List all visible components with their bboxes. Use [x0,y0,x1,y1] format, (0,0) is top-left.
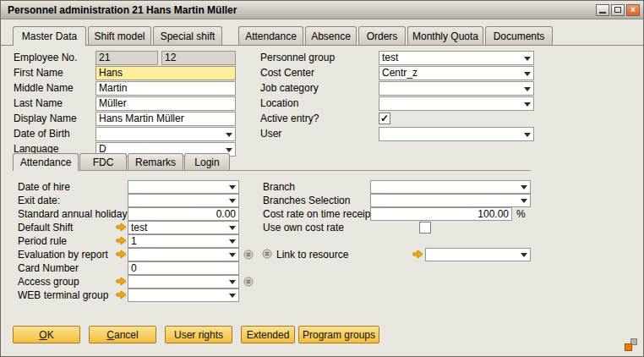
active-entry-label: Active entry? [260,112,319,126]
link-to-resource-label: Link to resource [276,248,348,262]
chevron-down-icon [229,294,236,298]
subtab-label: Attendance [20,157,72,168]
first-name-field[interactable]: Hans [96,66,236,80]
active-entry-checkbox[interactable]: ✓ [379,113,390,124]
branches-selection-combo[interactable] [370,194,531,207]
subtab-label: FDC [93,157,114,168]
program-groups-button[interactable]: Program groups [298,326,379,343]
access-group-combo[interactable] [128,275,239,288]
cancel-button[interactable]: Cancel [89,326,156,343]
subtab-divider [13,170,531,171]
button-label: ancel [114,329,139,341]
cost-center-label: Cost Center [260,66,314,80]
resize-grip-icon[interactable] [625,338,637,351]
tab-documents[interactable]: Documents [485,26,553,45]
user-rights-button[interactable]: User rights [165,326,232,343]
tab-special-shift[interactable]: Special shift [153,26,222,45]
first-name-label: First Name [14,66,63,80]
subtab-attendance[interactable]: Attendance [13,153,79,171]
window-title: Personnel administration 21 Hans Martin … [8,4,594,16]
exit-date-label: Exit date: [18,194,60,208]
link-to-resource-combo[interactable] [425,248,531,261]
chevron-down-icon [524,133,531,137]
tab-label: Orders [367,30,398,42]
link-arrow-icon[interactable] [116,277,127,286]
chevron-down-icon [229,253,236,257]
tab-orders[interactable]: Orders [358,26,406,45]
combo-value: test [131,222,225,233]
date-of-hire-combo[interactable] [128,180,239,194]
display-name-label: Display Name [14,112,77,126]
employee-no-field-2: 12 [161,51,236,65]
tab-shift-model[interactable]: Shift model [88,26,151,45]
job-category-combo[interactable] [379,81,534,96]
subtab-remarks[interactable]: Remarks [128,153,183,170]
branch-combo[interactable] [370,180,531,194]
title-bar: Personnel administration 21 Hans Martin … [1,1,643,19]
use-own-cost-rate-label: Use own cost rate [263,221,344,235]
close-icon: × [630,6,636,14]
period-rule-label: Period rule [18,234,67,249]
button-label-accel: C [106,329,114,341]
evaluation-by-report-label: Evaluation by report [18,248,108,262]
standard-annual-holiday-field[interactable]: 0.00 [128,207,239,221]
subtab-login[interactable]: Login [184,153,230,170]
branches-selection-label: Branches Selection [263,194,350,208]
default-shift-label: Default Shift [18,221,73,235]
chevron-down-icon [521,199,527,203]
exit-date-combo[interactable] [128,194,239,207]
cost-center-combo[interactable]: Centr_z [379,66,534,80]
tab-attendance[interactable]: Attendance [238,26,303,45]
employee-no-field-1: 21 [96,51,158,65]
link-arrow-icon[interactable] [116,290,127,299]
link-arrow-icon[interactable] [116,250,127,259]
subtab-fdc[interactable]: FDC [79,153,127,170]
period-rule-combo[interactable]: 1 [128,234,239,248]
link-arrow-icon[interactable] [116,236,127,245]
minimize-icon [599,12,606,14]
button-label: Program groups [303,329,375,341]
web-terminal-group-label: WEB terminal group [18,288,108,303]
tab-label: Documents [494,30,545,42]
subtab-label: Remarks [135,157,176,168]
combo-value: test [382,52,520,64]
date-of-birth-combo[interactable] [96,127,236,141]
user-combo[interactable] [379,127,534,141]
button-label: K [47,329,54,341]
cost-rate-field[interactable]: 100.00 [370,207,512,221]
branch-label: Branch [263,180,295,195]
evaluation-by-report-combo[interactable] [128,248,239,261]
detail-icon[interactable] [262,249,272,259]
card-number-field[interactable]: 0 [128,261,239,275]
web-terminal-group-combo[interactable] [128,288,239,302]
close-button[interactable]: × [626,4,640,16]
chevron-down-icon [524,72,531,76]
personnel-group-label: Personnel group [260,51,335,65]
default-shift-combo[interactable]: test [128,221,239,234]
tab-monthly-quota[interactable]: Monthly Quota [407,26,483,45]
middle-name-field[interactable]: Martin [96,81,236,96]
minimize-button[interactable] [596,4,609,16]
display-name-field[interactable]: Hans Martin Müller [96,112,236,126]
restore-button[interactable] [611,4,625,16]
button-label: User rights [174,329,223,341]
use-own-cost-rate-checkbox[interactable] [419,222,431,233]
link-arrow-icon[interactable] [116,222,127,232]
extended-button[interactable]: Extended [241,326,295,343]
detail-icon[interactable] [243,250,254,260]
detail-icon[interactable] [243,277,254,287]
chevron-down-icon [229,199,236,203]
date-of-hire-label: Date of hire [18,180,70,195]
tab-label: Monthly Quota [412,30,478,42]
link-arrow-icon[interactable] [412,250,423,259]
location-combo[interactable] [379,96,534,111]
last-name-field[interactable]: Müller [96,96,236,111]
button-label: Extended [247,329,290,341]
chevron-down-icon [226,133,232,137]
tab-absence[interactable]: Absence [305,26,357,45]
grip-orange-square [625,343,632,351]
ok-button[interactable]: OK [13,326,80,343]
tab-label: Special shift [161,30,216,42]
tab-master-data[interactable]: Master Data [13,26,86,46]
personnel-group-combo[interactable]: test [379,51,534,65]
